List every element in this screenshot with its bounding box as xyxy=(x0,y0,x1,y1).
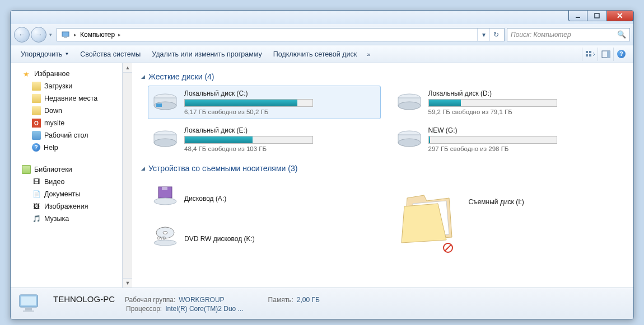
usage-bar xyxy=(184,136,313,144)
scroll-up-button[interactable]: ▲ xyxy=(123,63,132,73)
content-pane: ◢ Жесткие диски (4) Локальный диск (C:) … xyxy=(132,63,633,288)
drive-name: NEW (G:) xyxy=(428,126,621,134)
arrow-right-icon: → xyxy=(35,30,43,39)
sidebar-item-downloads[interactable]: Загрузки xyxy=(11,80,122,92)
sidebar-item-pictures[interactable]: 🖼Изображения xyxy=(11,200,122,213)
favorites-header[interactable]: ★ Избранное xyxy=(11,68,122,80)
search-icon: 🔍 xyxy=(617,30,626,39)
section-header-hdd[interactable]: ◢ Жесткие диски (4) xyxy=(141,72,624,81)
help-button[interactable]: ? xyxy=(613,48,629,61)
floppy-icon xyxy=(152,186,179,206)
svg-point-25 xyxy=(154,198,176,205)
maximize-button[interactable] xyxy=(587,10,606,21)
preview-pane-button[interactable] xyxy=(598,48,613,61)
refresh-button[interactable]: ↻ xyxy=(489,29,502,41)
drive-d[interactable]: Локальный диск (D:) 59,2 ГБ свободно из … xyxy=(392,86,625,119)
toolbar: Упорядочить▼ Свойства системы Удалить ил… xyxy=(11,45,633,63)
uninstall-program-button[interactable]: Удалить или изменить программу xyxy=(146,48,268,60)
sidebar-item-down[interactable]: Down xyxy=(11,105,122,117)
search-placeholder: Поиск: Компьютер xyxy=(511,31,571,39)
breadcrumb-computer[interactable]: ▸ Компьютер ▸ xyxy=(59,30,124,39)
drive-free: 297 ГБ свободно из 298 ГБ xyxy=(428,145,621,152)
forbidden-icon xyxy=(443,243,453,253)
search-input[interactable]: Поиск: Компьютер 🔍 xyxy=(507,28,630,41)
drive-a[interactable]: Дисковод (A:) xyxy=(148,177,381,214)
scroll-down-button[interactable]: ▼ xyxy=(123,278,132,288)
usage-bar xyxy=(428,99,557,107)
computer-name: TEHNOLOG-PC xyxy=(53,294,115,304)
history-dropdown[interactable]: ▾ xyxy=(46,27,54,43)
hdd-icon xyxy=(396,92,423,112)
preview-pane-icon xyxy=(601,50,610,58)
drive-i[interactable]: Съемный диск (I:) xyxy=(392,177,625,255)
forward-button[interactable]: → xyxy=(31,27,46,43)
back-button[interactable]: ← xyxy=(14,27,30,43)
svg-point-22 xyxy=(398,139,421,147)
address-row: ← → ▾ ▸ Компьютер ▸ ▾ ↻ Поиск: Компьютер… xyxy=(11,24,633,45)
usage-bar xyxy=(184,99,313,107)
view-icon xyxy=(585,50,595,58)
sidebar-item-music[interactable]: 🎵Музыка xyxy=(11,213,122,225)
close-button[interactable]: ✕ xyxy=(606,10,633,21)
svg-rect-4 xyxy=(586,51,588,53)
drive-name: Съемный диск (I:) xyxy=(469,198,621,206)
svg-rect-34 xyxy=(25,308,32,310)
sidebar-item-documents[interactable]: 📄Документы xyxy=(11,188,122,200)
arrow-left-icon: ← xyxy=(18,30,26,39)
drive-free: 48,4 ГБ свободно из 103 ГБ xyxy=(184,145,377,152)
svg-rect-5 xyxy=(589,51,591,53)
minimize-icon xyxy=(575,12,581,19)
drive-c[interactable]: Локальный диск (C:) 6,17 ГБ свободно из … xyxy=(148,86,381,119)
star-icon: ★ xyxy=(22,69,31,78)
nav-scrollbar[interactable]: ▲ ▼ xyxy=(123,63,132,288)
hdd-icon xyxy=(152,92,179,112)
drive-free: 6,17 ГБ свободно из 50,2 ГБ xyxy=(184,109,377,115)
minimize-button[interactable] xyxy=(568,10,587,21)
status-meta: TEHNOLOG-PC Рабочая группа: WORKGROUP Па… xyxy=(53,294,320,313)
map-network-drive-button[interactable]: Подключить сетевой диск xyxy=(268,48,362,60)
organize-button[interactable]: Упорядочить▼ xyxy=(15,48,74,60)
svg-rect-13 xyxy=(156,103,162,107)
drive-g[interactable]: NEW (G:) 297 ГБ свободно из 298 ГБ xyxy=(392,123,625,156)
open-folder-icon xyxy=(396,181,463,248)
drive-name: DVD RW дисковод (K:) xyxy=(184,235,377,243)
svg-point-19 xyxy=(154,139,176,147)
hdd-grid: Локальный диск (C:) 6,17 ГБ свободно из … xyxy=(148,86,624,156)
app-icon: O xyxy=(32,119,41,128)
drive-k[interactable]: DVD DVD RW дисковод (K:) xyxy=(148,218,381,255)
svg-text:DVD: DVD xyxy=(157,236,166,240)
body: ★ Избранное Загрузки Недавние места Down… xyxy=(11,63,633,288)
title-bar: ✕ xyxy=(11,11,633,24)
sidebar-item-desktop[interactable]: Рабочий стол xyxy=(11,129,122,142)
svg-rect-33 xyxy=(21,296,36,305)
chevron-down-icon: ▼ xyxy=(64,51,69,56)
view-mode-button[interactable] xyxy=(582,48,598,61)
sidebar-item-recent[interactable]: Недавние места xyxy=(11,92,122,105)
address-dropdown-button[interactable]: ▾ xyxy=(477,29,489,41)
desktop-icon xyxy=(32,131,41,140)
pictures-icon: 🖼 xyxy=(32,202,41,211)
sidebar-item-help[interactable]: ?Help xyxy=(11,142,122,153)
svg-rect-7 xyxy=(589,54,591,56)
music-icon: 🎵 xyxy=(32,214,41,223)
system-properties-button[interactable]: Свойства системы xyxy=(74,48,146,60)
details-pane: TEHNOLOG-PC Рабочая группа: WORKGROUP Па… xyxy=(11,288,633,319)
drive-name: Локальный диск (C:) xyxy=(184,90,377,97)
collapse-icon: ◢ xyxy=(141,74,145,79)
favorites-group: ★ Избранное Загрузки Недавние места Down… xyxy=(11,68,122,153)
folder-icon xyxy=(32,82,41,91)
usage-bar xyxy=(428,136,557,144)
address-bar[interactable]: ▸ Компьютер ▸ ▾ ↻ xyxy=(57,28,505,41)
svg-rect-3 xyxy=(64,37,67,38)
toolbar-overflow[interactable]: » xyxy=(362,51,375,58)
sidebar-item-video[interactable]: 🎞Видео xyxy=(11,176,122,188)
drive-e[interactable]: Локальный диск (E:) 48,4 ГБ свободно из … xyxy=(148,123,381,156)
section-header-removable[interactable]: ◢ Устройства со съемными носителями (3) xyxy=(141,164,624,173)
chevron-right-icon: ▸ xyxy=(117,32,122,37)
libraries-header[interactable]: Библиотеки xyxy=(11,163,122,176)
sidebar-item-mysite[interactable]: Omysite xyxy=(11,117,122,129)
removable-grid: Дисковод (A:) Съемный диск (I:) xyxy=(148,177,624,255)
svg-rect-9 xyxy=(607,51,610,58)
explorer-window: ✕ ← → ▾ ▸ Компьютер ▸ ▾ ↻ Поиск: Компьют… xyxy=(10,10,634,319)
drive-name: Дисковод (A:) xyxy=(184,195,377,202)
